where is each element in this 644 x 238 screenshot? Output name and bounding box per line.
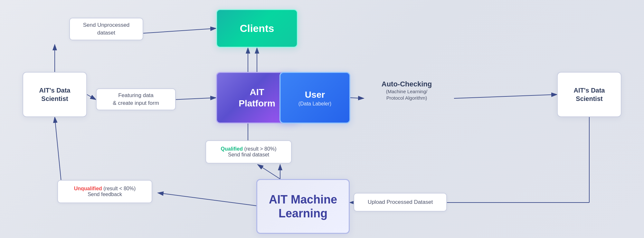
qualified-keyword: Qualified	[221, 146, 243, 152]
unqualified-text: Unqualified (result < 80%)	[74, 186, 136, 192]
send-unprocessed-label: Send Unprocesseddataset	[69, 18, 143, 40]
auto-checking-main-text: Auto-Checking	[360, 80, 453, 88]
clients-node: Clients	[216, 9, 298, 48]
ait-platform-label: AITPlatform	[239, 86, 275, 109]
auto-checking-label: Auto-Checking (Machine Learning/Protocol…	[360, 80, 453, 102]
unqualified-keyword: Unqualified	[74, 186, 102, 191]
featuring-data-label: Featuring data& create input form	[96, 88, 176, 110]
qualified-label-box: Qualified (result > 80%) Send final data…	[205, 140, 292, 164]
featuring-data-text: Featuring data& create input form	[113, 92, 159, 107]
svg-line-11	[258, 164, 280, 179]
clients-label: Clients	[240, 22, 274, 35]
unqualified-action: Send feedback	[88, 192, 122, 197]
svg-line-8	[454, 94, 557, 98]
upload-processed-label: Upload Processed Dataset	[354, 193, 447, 212]
svg-line-3	[143, 28, 216, 33]
svg-line-4	[87, 94, 96, 100]
ait-data-scientist-right-label: AIT's DataScientist	[573, 86, 605, 103]
ait-data-scientist-left-label: AIT's DataScientist	[39, 86, 70, 103]
svg-line-15	[55, 117, 61, 182]
ait-ml-label: AIT MachineLearning	[269, 193, 337, 220]
svg-line-5	[173, 98, 216, 100]
send-unprocessed-text: Send Unprocesseddataset	[83, 21, 130, 37]
ait-data-scientist-right-node: AIT's DataScientist	[557, 72, 621, 117]
user-label: User	[298, 89, 331, 100]
user-node: User (Data Labeler)	[279, 72, 350, 124]
auto-checking-sub-text: (Machine Learning/Protocol Algorithm)	[360, 88, 453, 102]
qualified-action: Send final dataset	[228, 152, 269, 158]
diagram: Clients AITPlatform User (Data Labeler) …	[0, 0, 644, 238]
qualified-text: Qualified (result > 80%)	[221, 146, 277, 152]
unqualified-condition: (result < 80%)	[103, 186, 136, 191]
user-sublabel: (Data Labeler)	[298, 101, 331, 107]
upload-processed-text: Upload Processed Dataset	[368, 198, 433, 206]
qualified-condition: (result > 80%)	[244, 146, 276, 152]
ait-data-scientist-left-node: AIT's DataScientist	[23, 72, 87, 117]
unqualified-label-box: Unqualified (result < 80%) Send feedback	[57, 180, 152, 203]
svg-line-14	[158, 193, 256, 206]
ait-ml-node: AIT MachineLearning	[256, 179, 350, 234]
